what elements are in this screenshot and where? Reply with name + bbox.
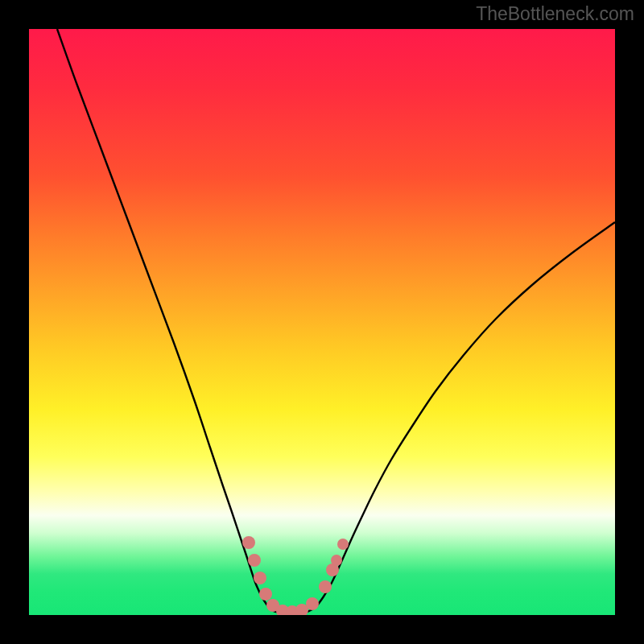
data-marker: [331, 555, 342, 566]
data-marker: [319, 580, 332, 593]
marker-layer: [29, 29, 615, 615]
data-marker: [254, 572, 266, 584]
data-marker: [248, 554, 261, 567]
data-marker: [259, 588, 272, 601]
data-marker: [306, 597, 319, 610]
watermark-text: TheBottleneck.com: [476, 3, 634, 25]
plot-area: [29, 29, 615, 615]
data-marker: [242, 536, 255, 549]
marker-group: [242, 536, 349, 615]
data-marker: [337, 539, 349, 550]
